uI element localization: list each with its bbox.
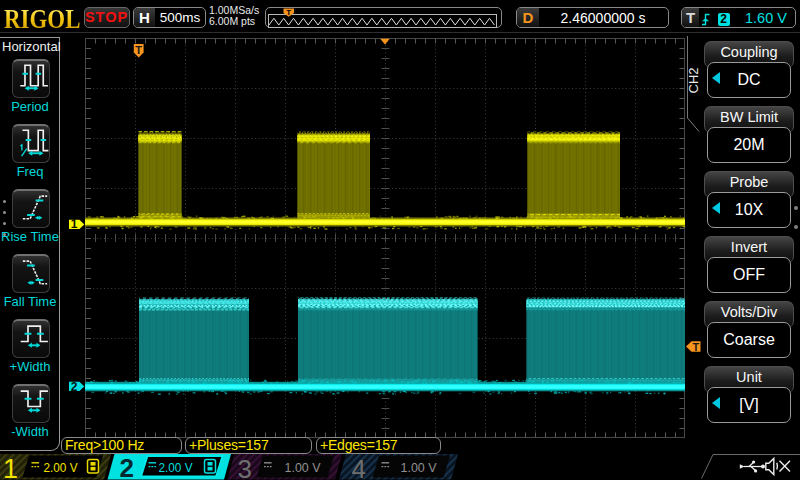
svg-text:3: 3 (238, 454, 252, 480)
svg-text:2.00 V: 2.00 V (44, 460, 78, 475)
svg-text:1: 1 (71, 217, 78, 231)
svg-text:T: T (135, 44, 142, 56)
svg-text:CH2: CH2 (686, 67, 701, 93)
svg-text:1: 1 (3, 454, 18, 480)
svg-text:4: 4 (352, 454, 366, 480)
svg-text:1.00 V: 1.00 V (285, 460, 321, 475)
svg-text:1.00 V: 1.00 V (401, 460, 437, 475)
svg-text:2.00 V: 2.00 V (159, 460, 193, 475)
svg-text:2: 2 (71, 380, 78, 394)
svg-text:T: T (692, 341, 699, 353)
svg-text:2: 2 (120, 453, 134, 480)
